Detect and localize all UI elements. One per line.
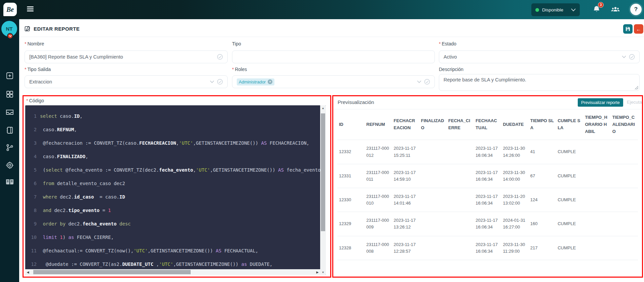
table-cell: 2023-11-17 15:25:11: [392, 140, 419, 164]
sidebar-item-dashboard[interactable]: [0, 87, 19, 101]
notebook-icon: [6, 126, 14, 134]
table-cell: [419, 188, 447, 212]
help-icon[interactable]: ?: [630, 4, 642, 15]
table-cell: 41: [529, 140, 556, 164]
back-button[interactable]: ←: [634, 24, 643, 34]
header-divider: [19, 37, 644, 37]
app-logo[interactable]: Be: [3, 3, 17, 16]
table-row[interactable]: 12328231117-0000082023-11-17 12:28:57202…: [337, 236, 638, 260]
status-dropdown[interactable]: Disponible: [531, 3, 580, 16]
table-column-header: TIEMPO_HORARIO HABIL: [583, 109, 610, 140]
table-cell: 2023-11-17 16:06:34: [474, 236, 501, 260]
grid-icon: [6, 90, 14, 98]
estado-select[interactable]: Activo: [439, 50, 640, 63]
table-cell: [419, 164, 447, 188]
hamburger-menu-icon[interactable]: [27, 6, 34, 12]
table-cell: CUMPLE: [556, 140, 583, 164]
roles-multiselect[interactable]: Administrador ✕: [232, 75, 435, 88]
table-cell: [611, 236, 638, 260]
previsualizar-reporte-button[interactable]: Previsualizar reporte: [578, 98, 623, 107]
sidebar-item-settings[interactable]: [0, 158, 19, 172]
scroll-up-icon[interactable]: ▲: [320, 105, 326, 111]
nombre-value: [BA360] Reporte Base SLA y Cumplimiento: [29, 54, 214, 60]
table-cell: CUMPLE: [556, 212, 583, 236]
table-cell: 12330: [337, 188, 365, 212]
sidebar-item-add[interactable]: [0, 69, 19, 82]
table-cell: 67: [529, 164, 556, 188]
table-column-header: ID: [337, 109, 365, 140]
code-line: 1select caso.ID,: [25, 109, 320, 123]
table-cell: 160: [529, 212, 556, 236]
table-cell: 2023-11-17 12:28:57: [392, 236, 419, 260]
tipo-input[interactable]: [232, 50, 435, 63]
check-circle-icon: [217, 79, 223, 85]
table-cell: 231117-000008: [365, 236, 392, 260]
sidebar-item-flows[interactable]: [0, 141, 19, 154]
code-line: 2 caso.REFNUM,: [25, 123, 320, 136]
label-codigo: *Código: [26, 98, 44, 103]
table-cell: [419, 212, 447, 236]
code-line: 8 and dec2.tipo_evento = 1: [25, 204, 320, 217]
table-cell: [583, 164, 610, 188]
table-cell: 12328: [337, 236, 365, 260]
table-cell: 2023-11-17 14:01:46: [392, 188, 419, 212]
table-cell: 231117-000011: [365, 164, 392, 188]
vertical-scrollbar[interactable]: ▲ ▼: [320, 105, 326, 275]
scroll-right-icon[interactable]: ▶: [315, 269, 320, 275]
plus-square-icon: [6, 72, 14, 80]
table-cell: [419, 140, 447, 164]
table-row[interactable]: 12331231117-0000112023-11-17 14:59:10202…: [337, 164, 638, 188]
table-column-header: DUEDATE: [501, 109, 529, 140]
table-row[interactable]: 12330231117-0000102023-11-17 14:01:46202…: [337, 188, 638, 212]
sidebar-item-notebook[interactable]: [0, 124, 19, 137]
table-column-header: FINALIZADO: [419, 109, 447, 140]
avatar-chevron-badge-icon[interactable]: [7, 33, 13, 39]
table-row[interactable]: 12332231117-0000122023-11-17 15:25:11202…: [337, 140, 638, 164]
horizontal-scrollbar[interactable]: ◀ ▶: [25, 269, 320, 275]
settings-gear-icon: [6, 161, 14, 169]
scroll-down-icon[interactable]: ▼: [320, 270, 326, 275]
label-roles: *Roles: [232, 67, 247, 72]
save-button[interactable]: [623, 24, 633, 34]
sidebar-item-directory[interactable]: [0, 175, 19, 189]
descripcion-textarea[interactable]: Reporte base de SLA y Cumplimiento.: [439, 74, 640, 91]
table-cell: [583, 140, 610, 164]
table-cell: 231117-000012: [365, 140, 392, 164]
label-nombre: *Nombre: [25, 41, 44, 46]
table-cell: 217: [529, 236, 556, 260]
remove-role-icon[interactable]: ✕: [268, 79, 272, 84]
scroll-left-icon[interactable]: ◀: [25, 269, 31, 275]
descripcion-value: Reporte base de SLA y Cumplimiento.: [444, 77, 526, 82]
code-line: 5 (select @fecha_evento := CONVERT_TZ(de…: [25, 163, 320, 177]
topbar: Be Disponible 3 ?: [0, 0, 644, 19]
vertical-scroll-thumb[interactable]: [321, 113, 325, 231]
label-tipo: Tipo: [232, 41, 241, 46]
check-circle-icon: [629, 54, 635, 60]
code-line: 6 from detalle_evento_caso dec2: [25, 177, 320, 190]
horizontal-scroll-thumb[interactable]: [33, 270, 191, 274]
status-label: Disponible: [542, 7, 563, 12]
table-cell: 2023-11-17 16:06:34: [474, 140, 501, 164]
ejecutar-button[interactable]: Ejecutar: [627, 100, 643, 105]
table-cell: [611, 212, 638, 236]
avatar-initials: NT: [6, 26, 13, 32]
table-cell: CUMPLE: [556, 164, 583, 188]
nombre-input[interactable]: [BA360] Reporte Base SLA y Cumplimiento: [25, 50, 228, 63]
code-line: 11 @fechaactual:= CONVERT_TZ(now(),'UTC'…: [25, 244, 320, 257]
code-editor[interactable]: 1select caso.ID,2 caso.REFNUM,3 @fechacr…: [25, 105, 326, 275]
check-circle-icon: [217, 54, 223, 60]
label-tipo-salida: *Tipo Salida: [25, 67, 51, 72]
table-row[interactable]: 12329231117-0000092023-11-17 13:26:12202…: [337, 212, 638, 236]
code-line: 3 @fechacreacion := CONVERT_TZ(caso.FECH…: [25, 136, 320, 150]
codigo-annotation-box: *Código 1select caso.ID,2 caso.REFNUM,3 …: [23, 95, 331, 278]
role-chip-label: Administrador: [239, 79, 266, 84]
table-cell: [447, 188, 474, 212]
sidebar-item-inbox[interactable]: [0, 105, 19, 119]
resize-handle[interactable]: [635, 86, 638, 90]
table-cell: CUMPLE: [556, 188, 583, 212]
tipo-salida-select[interactable]: Extraccion: [25, 75, 228, 88]
chevron-down-icon: [417, 80, 421, 83]
label-descripcion: Descripción: [439, 67, 463, 72]
users-icon[interactable]: [611, 5, 620, 14]
code-line: 10 limit 1) as FECHA_CIERRE,: [25, 231, 320, 244]
